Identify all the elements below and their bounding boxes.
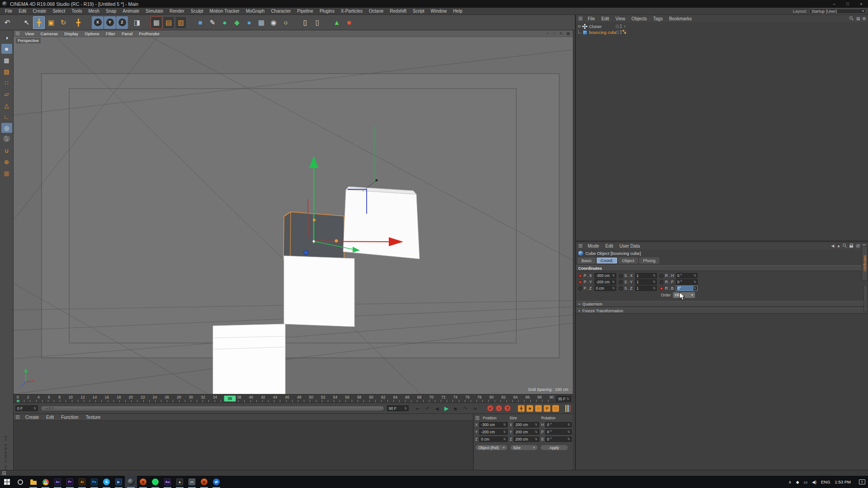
viewport-canvas[interactable] [14, 30, 573, 394]
toolbar-button[interactable]: ✎ [207, 16, 218, 29]
range-start-field[interactable]: 0 F [15, 405, 38, 411]
toolbar-button[interactable]: Z [116, 16, 128, 29]
menu-item[interactable]: Redshift [387, 8, 410, 14]
taskbar-app-button[interactable]: Ae [52, 476, 64, 488]
timeline-ruler[interactable]: 0246810121416182022242628303234363840424… [14, 394, 573, 403]
menu-item[interactable]: Sculpt [188, 8, 207, 14]
palette-button[interactable]: ∟ [1, 112, 12, 122]
taskbar-app-button[interactable] [198, 476, 210, 488]
menu-item[interactable]: MoGraph [243, 8, 268, 14]
keyframe-dot[interactable] [578, 280, 582, 284]
panel-corner-icon[interactable] [849, 244, 854, 248]
menu-item[interactable]: Render [166, 8, 188, 14]
taskbar-app-button[interactable] [125, 476, 137, 488]
layer-toggle-icon[interactable] [616, 25, 619, 28]
object-manager-menu-item[interactable]: Edit [598, 16, 612, 21]
timeline-window-icon[interactable] [565, 404, 571, 413]
viewport-menu-item[interactable]: Filter [103, 31, 118, 36]
menu-item[interactable]: Octane [366, 8, 387, 14]
panel-grip-icon[interactable] [476, 416, 480, 420]
attribute-tab[interactable]: Coord. [597, 258, 617, 263]
menu-item[interactable]: File [2, 8, 15, 14]
animation-toggle[interactable]: ╋ [518, 405, 525, 412]
animation-tag-icon[interactable] [606, 24, 612, 29]
scale-field[interactable]: 1 [635, 286, 657, 291]
viewport-nav-icon[interactable]: ▣ [566, 31, 571, 36]
object-row[interactable]: bouncing cube [576, 29, 868, 35]
viewport-nav-icon[interactable]: + [545, 31, 550, 36]
viewport-nav-icon[interactable]: ↻ [559, 31, 564, 36]
size-mode-select[interactable]: Size [510, 445, 538, 450]
taskbar-app-button[interactable]: ▶ [113, 476, 125, 488]
record-button[interactable]: ? [504, 405, 511, 412]
menu-item[interactable]: Script [410, 8, 428, 14]
taskbar-app-button[interactable] [149, 476, 161, 488]
palette-button[interactable]: ■ [1, 44, 12, 54]
animation-toggle[interactable]: P [543, 405, 551, 412]
tray-icon[interactable]: ◀) [812, 480, 816, 484]
keyframe-dot[interactable] [619, 274, 623, 278]
transport-button[interactable]: ▶ [451, 404, 461, 412]
stepper-icon[interactable] [653, 274, 656, 277]
preview-range-slider[interactable]: 0 F [41, 406, 384, 411]
toolbar-button[interactable]: Y [104, 16, 116, 29]
notification-center-icon[interactable]: ≡ [859, 479, 865, 484]
taskbar-app-button[interactable]: ⇄ [210, 476, 222, 488]
collapsed-section-bar[interactable]: Freeze Transformation [576, 308, 868, 314]
material-menu-item[interactable]: Edit [42, 415, 57, 420]
rotation-field[interactable]: 0 ° [545, 422, 572, 427]
keyframe-dot[interactable] [578, 274, 582, 278]
transport-button[interactable]: ◀ [432, 404, 442, 412]
rotation-field[interactable]: 0° [676, 286, 698, 291]
toolbar-button[interactable]: ■ [194, 16, 206, 29]
attributes-side-tab[interactable]: Attributes [862, 246, 868, 281]
taskbar-app-button[interactable] [27, 476, 39, 488]
collapsed-section-bar[interactable]: Quaternion [576, 301, 868, 307]
attribute-tab[interactable]: Phong [639, 258, 659, 263]
toolbar-button[interactable]: ● [243, 16, 255, 29]
toolbar-button[interactable]: ▥ [175, 16, 187, 29]
stepper-icon[interactable] [693, 286, 696, 290]
visibility-dots-icon[interactable] [620, 24, 622, 28]
toolbar-button[interactable]: ▦ [255, 16, 267, 29]
cube-bottom[interactable] [213, 324, 285, 394]
palette-button[interactable]: ▦ [1, 168, 12, 178]
scale-field[interactable]: 1 [635, 279, 657, 285]
toolbar-button[interactable]: ▯ [299, 16, 311, 29]
menu-item[interactable]: Select [49, 8, 68, 14]
cube-lower[interactable] [284, 256, 354, 327]
animation-toggle[interactable]: ■ [526, 405, 533, 412]
menu-item[interactable]: Tools [68, 8, 85, 14]
animation-tag-icon[interactable] [622, 30, 627, 35]
menu-item[interactable]: Help [450, 8, 466, 14]
camera-label[interactable]: Perspective [16, 38, 41, 43]
palette-button[interactable]: ◎ [1, 123, 12, 133]
expand-toggle-icon[interactable]: ⊟ [577, 24, 581, 28]
order-dropdown[interactable]: HPB [673, 292, 695, 298]
current-frame-field[interactable]: 35 F [556, 396, 571, 402]
taskbar-app-button[interactable]: ▲ [174, 476, 186, 488]
viewport[interactable]: ViewCamerasDisplayOptionsFilterPanelProR… [14, 30, 573, 394]
record-button[interactable]: ○ [495, 405, 502, 412]
object-name[interactable]: Cloner [589, 24, 602, 29]
start-button[interactable] [0, 476, 14, 488]
menu-item[interactable]: Create [29, 8, 49, 14]
animation-toggle[interactable]: ∷ [552, 405, 559, 412]
position-field[interactable]: -200 cm [594, 279, 616, 285]
menu-item[interactable]: Window [428, 8, 450, 14]
panel-corner-icon[interactable]: @ [856, 244, 860, 248]
rotation-field[interactable]: 0 ° [676, 273, 698, 278]
menu-item[interactable]: Motion Tracker [207, 8, 243, 14]
material-menu-item[interactable]: Create [22, 415, 42, 420]
object-name[interactable]: bouncing cube [589, 30, 617, 35]
keyframe-dot[interactable] [578, 286, 582, 291]
menu-item[interactable]: Mesh [85, 8, 103, 14]
position-field[interactable]: -300 cm [479, 422, 508, 427]
position-field[interactable]: -300 cm [594, 273, 616, 278]
menu-item[interactable]: Snap [103, 8, 119, 14]
transport-button[interactable]: ↶ [423, 404, 432, 412]
toolbar-button[interactable]: ● [219, 16, 231, 29]
toolbar-button[interactable]: X [92, 16, 104, 29]
palette-button[interactable]: △ [1, 100, 12, 110]
object-manager-menu-item[interactable]: Objects [628, 16, 650, 21]
